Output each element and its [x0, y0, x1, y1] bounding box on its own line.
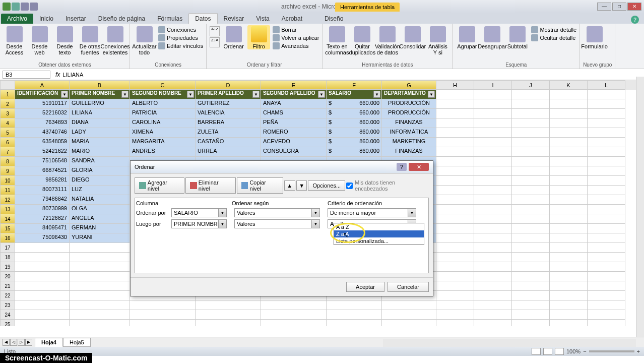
row-header[interactable]: 14 — [0, 214, 15, 224]
empty-cell[interactable] — [550, 233, 588, 243]
empty-cell[interactable] — [70, 272, 130, 281]
row-header[interactable]: 7 — [0, 147, 15, 157]
empty-cell[interactable] — [512, 176, 550, 186]
empty-cell[interactable] — [15, 291, 70, 300]
cell-id[interactable]: 9856281 — [15, 176, 70, 186]
row-header[interactable]: 20 — [0, 272, 15, 281]
minimize-button[interactable]: — — [597, 3, 611, 11]
empty-cell[interactable] — [474, 109, 512, 118]
empty-cell[interactable] — [436, 186, 474, 195]
conexiones-button[interactable]: Conexiones — [158, 26, 203, 33]
empty-cell[interactable] — [474, 166, 512, 176]
add-level-button[interactable]: Agregar nivel — [135, 177, 184, 194]
cell-nombre1[interactable]: YURANI — [70, 233, 130, 243]
empty-cell[interactable] — [512, 272, 550, 281]
empty-cell[interactable] — [474, 272, 512, 281]
col-header-i[interactable]: I — [474, 80, 512, 90]
empty-cell[interactable] — [512, 118, 550, 128]
dropdown-option-za[interactable]: Z a A — [334, 230, 424, 237]
empty-cell[interactable] — [261, 300, 327, 310]
delete-level-button[interactable]: Eliminar nivel — [185, 177, 236, 194]
empty-cell[interactable] — [436, 138, 474, 147]
cell-id[interactable]: 66874521 — [15, 166, 70, 176]
cell-id[interactable]: 52421622 — [15, 147, 70, 157]
cell-id[interactable]: 72126827 — [15, 214, 70, 224]
accept-button[interactable]: Aceptar — [346, 282, 384, 292]
sheet-nav-first[interactable]: ◀ — [3, 339, 10, 346]
row-header[interactable]: 4 — [0, 118, 15, 128]
ordenar-button[interactable]: Ordenar — [222, 25, 245, 49]
options-button[interactable]: Opciones... — [308, 180, 345, 191]
empty-cell[interactable] — [436, 109, 474, 118]
empty-cell[interactable] — [512, 262, 550, 272]
cell-nombre1[interactable]: SANDRA — [70, 157, 130, 166]
empty-cell[interactable] — [588, 176, 625, 186]
sheet-tab-hoja4[interactable]: Hoja4 — [35, 338, 63, 347]
dialog-titlebar[interactable]: Ordenar ? ✕ — [131, 161, 433, 173]
table-header[interactable]: IDENTIFICACIÓN▼ — [15, 90, 70, 99]
empty-cell[interactable] — [474, 310, 512, 320]
empty-cell[interactable] — [436, 176, 474, 186]
help-icon[interactable]: ? — [631, 16, 639, 24]
empty-cell[interactable] — [512, 310, 550, 320]
empty-cell[interactable] — [70, 310, 130, 320]
empty-cell[interactable] — [474, 147, 512, 157]
empty-cell[interactable] — [70, 243, 130, 253]
row-header[interactable]: 2 — [0, 99, 15, 109]
cell-nombre1[interactable]: LILIANA — [70, 109, 130, 118]
empty-cell[interactable] — [196, 310, 261, 320]
col-header-f[interactable]: F — [327, 80, 382, 90]
cell-id[interactable]: 79486842 — [15, 195, 70, 205]
desde-access-button[interactable]: Desde Access — [3, 25, 26, 55]
empty-cell[interactable] — [436, 90, 474, 99]
row-header[interactable]: 21 — [0, 281, 15, 291]
empty-cell[interactable] — [550, 214, 588, 224]
empty-cell[interactable] — [436, 147, 474, 157]
cell-nombre1[interactable]: MARIO — [70, 147, 130, 157]
empty-cell[interactable] — [550, 166, 588, 176]
empty-cell[interactable] — [474, 253, 512, 262]
tab-acrobat[interactable]: Acrobat — [276, 14, 308, 24]
cell-nombre1[interactable]: LUZ — [70, 186, 130, 195]
empty-cell[interactable] — [588, 186, 625, 195]
cell-nombre1[interactable]: NATALIA — [70, 195, 130, 205]
cell-salario[interactable]: $860.000 — [327, 128, 382, 138]
sort-by-1-combo[interactable]: Valores▼ — [234, 208, 320, 217]
row-header[interactable]: 23 — [0, 300, 15, 310]
filter-dropdown-icon[interactable]: ▼ — [61, 91, 68, 98]
empty-cell[interactable] — [512, 147, 550, 157]
empty-cell[interactable] — [512, 157, 550, 166]
row-header[interactable]: 12 — [0, 195, 15, 205]
maximize-button[interactable]: □ — [612, 3, 626, 11]
empty-cell[interactable] — [550, 291, 588, 300]
select-all-corner[interactable] — [0, 80, 15, 90]
empty-cell[interactable] — [474, 233, 512, 243]
validacion-button[interactable]: Validación de datos — [376, 25, 399, 55]
col-header-k[interactable]: K — [550, 80, 588, 90]
redo-icon[interactable] — [30, 3, 38, 11]
empty-cell[interactable] — [15, 243, 70, 253]
row-header[interactable]: 3 — [0, 109, 15, 118]
cell-id[interactable]: 51910117 — [15, 99, 70, 109]
empty-cell[interactable] — [474, 291, 512, 300]
empty-cell[interactable] — [550, 138, 588, 147]
table-header[interactable]: DEPARTAMENTO▼ — [382, 90, 436, 99]
empty-cell[interactable] — [588, 138, 625, 147]
row-header[interactable]: 8 — [0, 157, 15, 166]
empty-cell[interactable] — [550, 99, 588, 109]
empty-cell[interactable] — [474, 186, 512, 195]
tab-inicio[interactable]: Inicio — [33, 14, 59, 24]
empty-cell[interactable] — [436, 320, 474, 326]
empty-cell[interactable] — [550, 147, 588, 157]
filter-dropdown-icon[interactable]: ▼ — [121, 91, 128, 98]
save-icon[interactable] — [12, 3, 20, 11]
empty-cell[interactable] — [588, 214, 625, 224]
col-header-l[interactable]: L — [588, 80, 625, 90]
tab-formulas[interactable]: Fórmulas — [151, 14, 188, 24]
empty-cell[interactable] — [474, 262, 512, 272]
col-header-d[interactable]: D — [196, 80, 261, 90]
empty-cell[interactable] — [512, 109, 550, 118]
cell-apellido1[interactable]: ZULETA — [196, 128, 261, 138]
empty-cell[interactable] — [70, 300, 130, 310]
empty-cell[interactable] — [588, 118, 625, 128]
